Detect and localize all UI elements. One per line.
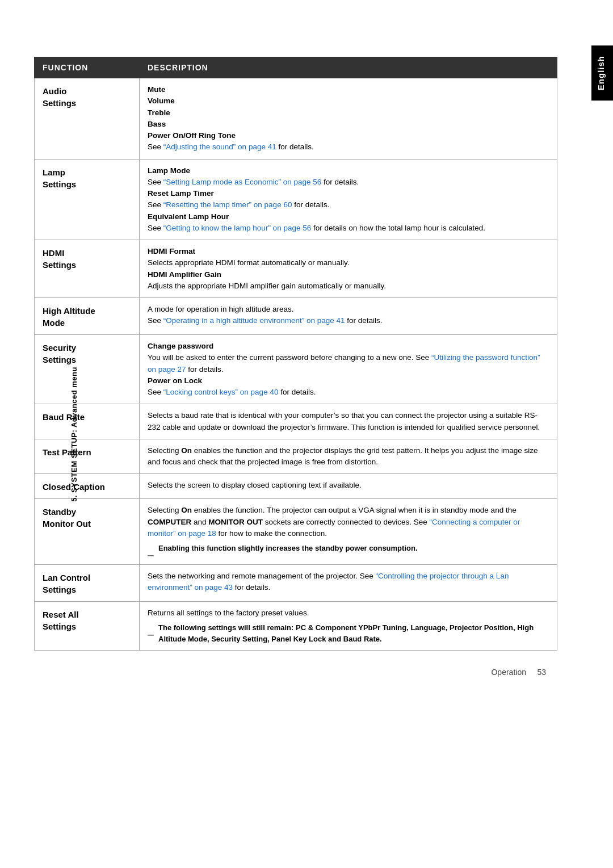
function-cell: Baud Rate [35, 404, 140, 439]
description-cell: Sets the networking and remote managemen… [140, 565, 557, 602]
description-cell: Change passwordYou will be asked to ente… [140, 335, 557, 404]
table-row: Reset AllSettingsReturns all settings to… [35, 602, 557, 651]
description-cell: A mode for operation in high altitude ar… [140, 298, 557, 335]
footer: Operation 53 [34, 668, 557, 677]
english-tab: English [591, 45, 613, 100]
function-cell: Test Pattern [35, 439, 140, 474]
left-vertical-label: 5. SYSTEM SETUP: Advanced menu [70, 367, 78, 502]
table-row: Closed CaptionSelects the screen to disp… [35, 474, 557, 499]
description-cell: HDMI FormatSelects appropriate HDMI form… [140, 240, 557, 298]
function-cell: Closed Caption [35, 474, 140, 499]
function-cell: LampSettings [35, 159, 140, 240]
table-row: StandbyMonitor OutSelecting On enables t… [35, 499, 557, 565]
settings-table: FUNCTION DESCRIPTION AudioSettingsMuteVo… [34, 57, 557, 651]
table-row: HDMISettingsHDMI FormatSelects appropria… [35, 240, 557, 298]
function-header: FUNCTION [35, 57, 140, 78]
description-cell: Selects a baud rate that is identical wi… [140, 404, 557, 439]
footer-page: 53 [537, 668, 546, 677]
table-row: LampSettingsLamp ModeSee “Setting Lamp m… [35, 159, 557, 240]
footer-label: Operation [491, 668, 526, 677]
main-content: FUNCTION DESCRIPTION AudioSettingsMuteVo… [0, 34, 591, 834]
function-cell: HDMISettings [35, 240, 140, 298]
description-header: DESCRIPTION [140, 57, 557, 78]
function-cell: High AltitudeMode [35, 298, 140, 335]
description-cell: Selecting On enables the function. The p… [140, 499, 557, 565]
description-cell: Returns all settings to the factory pres… [140, 602, 557, 651]
function-cell: AudioSettings [35, 78, 140, 160]
description-cell: Selects the screen to display closed cap… [140, 474, 557, 499]
function-cell: Lan ControlSettings [35, 565, 140, 602]
table-row: SecuritySettingsChange passwordYou will … [35, 335, 557, 404]
table-row: AudioSettingsMuteVolumeTrebleBassPower O… [35, 78, 557, 160]
page-wrapper: English 5. SYSTEM SETUP: Advanced menu F… [0, 0, 613, 868]
table-row: High AltitudeModeA mode for operation in… [35, 298, 557, 335]
function-cell: SecuritySettings [35, 335, 140, 404]
table-row: Baud RateSelects a baud rate that is ide… [35, 404, 557, 439]
table-row: Lan ControlSettingsSets the networking a… [35, 565, 557, 602]
table-row: Test PatternSelecting On enables the fun… [35, 439, 557, 474]
description-cell: Lamp ModeSee “Setting Lamp mode as Econo… [140, 159, 557, 240]
function-cell: Reset AllSettings [35, 602, 140, 651]
description-cell: MuteVolumeTrebleBassPower On/Off Ring To… [140, 78, 557, 160]
function-cell: StandbyMonitor Out [35, 499, 140, 565]
description-cell: Selecting On enables the function and th… [140, 439, 557, 474]
